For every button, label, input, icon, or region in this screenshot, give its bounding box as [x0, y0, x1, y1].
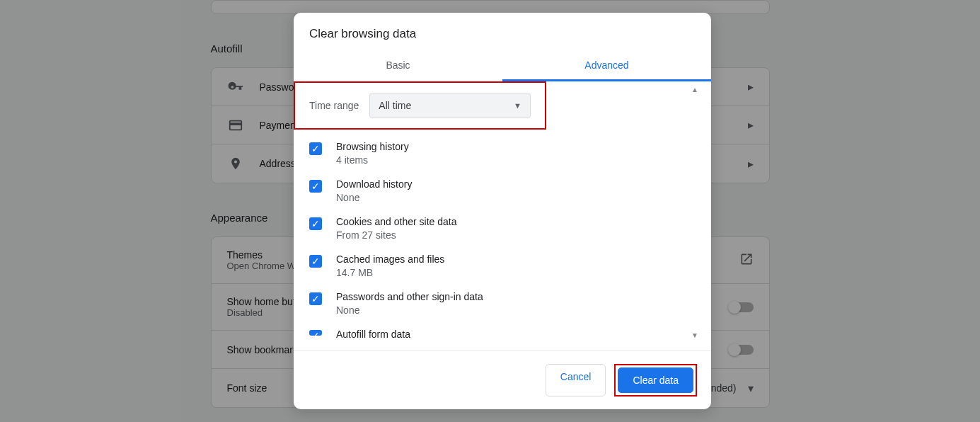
- item-sub: 4 items: [336, 154, 698, 166]
- dialog-body[interactable]: Time range All time ▼ ▲ ✓ Browsing histo…: [294, 81, 711, 350]
- cancel-button[interactable]: Cancel: [546, 364, 606, 397]
- item-title: Cookies and other site data: [336, 216, 698, 227]
- checkbox-checked-icon[interactable]: ✓: [309, 180, 322, 193]
- checkbox-row-browsing-history[interactable]: ✓ Browsing history 4 items: [309, 141, 698, 166]
- time-range-value: All time: [379, 100, 411, 111]
- item-title: Browsing history: [336, 141, 698, 152]
- item-sub: None: [336, 304, 698, 316]
- item-title: Cached images and files: [336, 253, 698, 265]
- tab-basic[interactable]: Basic: [294, 50, 502, 81]
- scroll-down-icon[interactable]: ▼: [691, 331, 698, 339]
- clear-data-button[interactable]: Clear data: [618, 367, 693, 393]
- dropdown-arrow-icon: ▼: [514, 101, 521, 110]
- dialog-tabs: Basic Advanced: [294, 50, 711, 81]
- checkbox-checked-icon[interactable]: ✓: [309, 255, 322, 268]
- checkbox-list: ✓ Browsing history 4 items ✓ Download hi…: [309, 130, 698, 342]
- time-range-select[interactable]: All time ▼: [369, 93, 531, 118]
- checkbox-row-cached[interactable]: ✓ Cached images and files 14.7 MB: [309, 253, 698, 278]
- checkbox-checked-icon[interactable]: ✓: [309, 292, 322, 305]
- checkbox-checked-icon[interactable]: ✓: [309, 142, 322, 155]
- checkbox-row-cookies[interactable]: ✓ Cookies and other site data From 27 si…: [309, 216, 698, 241]
- checkbox-row-download-history[interactable]: ✓ Download history None: [309, 178, 698, 203]
- item-sub: 14.7 MB: [336, 267, 698, 278]
- dialog-title: Clear browsing data: [294, 13, 711, 50]
- clear-browsing-data-dialog: Clear browsing data Basic Advanced Time …: [294, 13, 711, 409]
- checkbox-checked-icon[interactable]: ✓: [309, 330, 322, 336]
- checkbox-row-autofill[interactable]: ✓ Autofill form data: [309, 329, 691, 342]
- tab-advanced[interactable]: Advanced: [502, 50, 711, 81]
- time-range-row: Time range All time ▼: [294, 81, 546, 130]
- item-sub: From 27 sites: [336, 229, 698, 241]
- dialog-footer: Cancel Clear data: [294, 350, 711, 409]
- time-range-label: Time range: [309, 100, 359, 111]
- item-title: Autofill form data: [336, 329, 691, 340]
- checkbox-row-passwords[interactable]: ✓ Passwords and other sign-in data None: [309, 291, 698, 316]
- clear-data-highlight: Clear data: [614, 364, 697, 397]
- checkbox-checked-icon[interactable]: ✓: [309, 217, 322, 230]
- item-sub: None: [336, 192, 698, 203]
- item-title: Download history: [336, 178, 698, 190]
- scroll-up-icon[interactable]: ▲: [691, 81, 698, 93]
- item-title: Passwords and other sign-in data: [336, 291, 698, 302]
